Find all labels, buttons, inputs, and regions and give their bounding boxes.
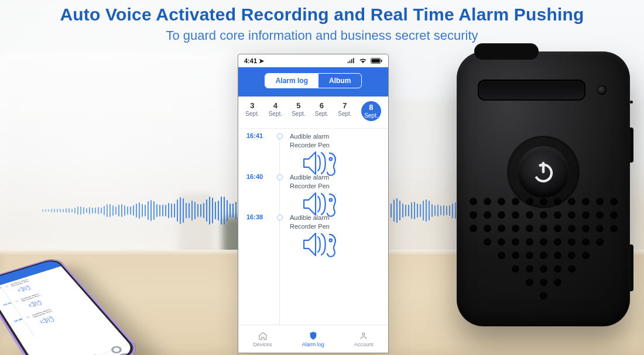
log-row[interactable]: 16:41Audible alarmRecorder Pen [246,132,380,173]
power-icon [531,160,556,184]
date-item[interactable]: 5Sept. [292,101,305,121]
nav-devices-label: Devices [254,342,272,347]
nav-devices[interactable]: Devices [254,331,272,347]
wifi-icon [359,58,367,64]
shield-alert-icon [69,349,113,355]
headline-title: Auto Voice Activated Recording and Real … [0,5,644,25]
timeline-dot [277,215,283,220]
svg-rect-1 [372,59,380,63]
battery-icon [371,58,382,64]
audible-alarm-icon [37,315,56,326]
headline-subtitle: To guard core information and business s… [0,28,644,43]
home-icon [258,331,268,340]
status-time: 4:41 ➤ [244,57,264,65]
alarm-log-list[interactable]: 16:41Audible alarmRecorder Pen 16:40Audi… [238,129,388,339]
app-screenshot-phone: 4:41 ➤ Alarm log Album 3Sept.4Sept.5Sept… [238,54,389,353]
recorder-device [457,51,630,326]
nav-alarm-label: Alarm log [302,342,324,347]
nav-account[interactable]: Account [354,331,374,347]
svg-point-4 [330,198,332,201]
svg-point-5 [330,239,332,242]
device-mic-hole [630,101,633,104]
user-icon [97,338,135,355]
audible-alarm-icon [16,284,32,294]
tab-alarm-log[interactable]: Alarm log [265,74,318,88]
timeline-dot [277,133,283,139]
power-button[interactable] [518,146,569,198]
nav-alarm-log[interactable]: Alarm log [302,331,324,347]
nav-account-label: Account [354,342,374,347]
svg-point-6 [362,333,365,335]
date-item[interactable]: 6Sept. [315,101,328,121]
device-ir-window [478,80,585,101]
date-item[interactable]: 8Sept. [361,101,381,121]
shield-alert-icon [308,331,318,340]
log-time: 16:38 [246,213,270,220]
audible-alarm-icon [300,229,338,260]
svg-point-8 [37,301,39,302]
audible-alarm-icon [26,299,44,309]
log-row: 16:41Audible alarmRecorder Pen [0,269,60,292]
svg-point-9 [50,318,51,318]
signal-icon [347,58,355,64]
status-bar: 4:41 ➤ [238,54,388,67]
log-time: 16:40 [246,173,270,180]
tab-album[interactable]: Album [318,74,361,88]
bottom-nav: Devices Alarm log Account [238,325,388,353]
svg-point-3 [330,158,332,160]
log-row: 16:40Audible alarmRecorder Pen [3,282,73,308]
device-led [597,85,607,95]
small-phone-body: 16:41Audible alarmRecorder Pen 16:40Audi… [0,257,142,355]
svg-point-7 [26,287,28,287]
log-row[interactable]: 16:40Audible alarmRecorder Pen [246,173,380,214]
product-marketing-scene: Auto Voice Activated Recording and Real … [0,0,644,355]
log-time: 16:41 [246,132,270,139]
svg-point-10 [111,346,122,354]
small-phone-screen: 16:41Audible alarmRecorder Pen 16:40Audi… [0,259,136,355]
date-scroller[interactable]: 3Sept.4Sept.5Sept.6Sept.7Sept.8Sept. [238,96,388,129]
small-phone-perspective: 16:41Audible alarmRecorder Pen 16:40Audi… [26,187,201,339]
log-row[interactable]: 16:38Audible alarmRecorder Pen [246,213,380,254]
device-clip [474,43,539,60]
date-item[interactable]: 3Sept. [245,101,259,121]
svg-rect-2 [381,60,382,62]
speaker-grill [457,198,630,311]
log-row: 16:38Audible alarmRecorder Pen [13,297,85,325]
date-item[interactable]: 4Sept. [269,101,282,121]
headline-block: Auto Voice Activated Recording and Real … [0,5,644,43]
user-icon [358,331,369,340]
segmented-tabs: Alarm log Album [238,67,388,96]
date-item[interactable]: 7Sept. [338,101,351,121]
timeline-dot [277,174,283,180]
